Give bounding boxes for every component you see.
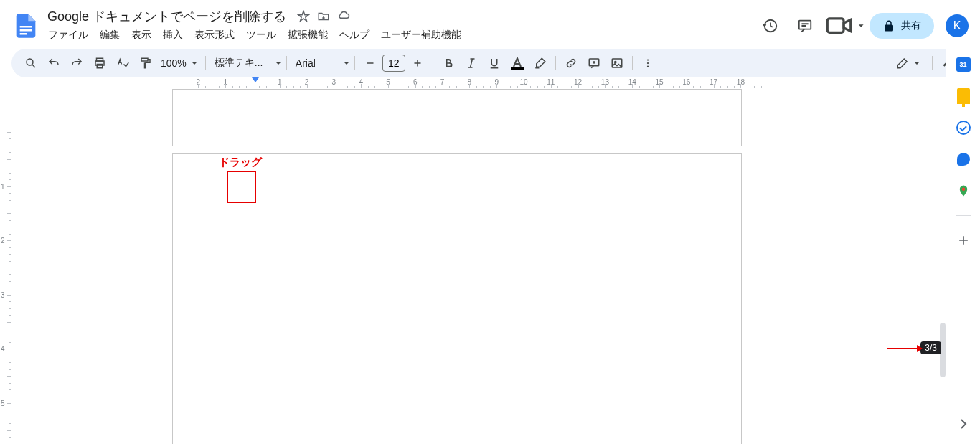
redo-icon[interactable] <box>66 52 88 74</box>
meet-button[interactable] <box>825 11 864 40</box>
contacts-icon[interactable] <box>956 152 971 166</box>
share-button[interactable]: 共有 <box>870 13 934 39</box>
highlight-icon[interactable] <box>529 52 551 74</box>
menu-view[interactable]: 表示 <box>126 27 156 43</box>
header-right: 共有 K <box>756 11 969 40</box>
account-avatar[interactable]: K <box>946 14 969 37</box>
paragraph-style-select[interactable]: 標準テキ... <box>210 57 273 70</box>
document-scroll-area[interactable]: ドラッグ <box>11 89 946 444</box>
font-size-input[interactable]: 12 <box>382 55 405 72</box>
vertical-scrollbar[interactable] <box>940 89 946 444</box>
svg-point-17 <box>961 188 965 192</box>
font-size-decrease-icon[interactable] <box>359 52 381 74</box>
annotation-arrow-icon <box>887 343 923 356</box>
add-comment-icon[interactable] <box>583 52 605 74</box>
title-area: Google ドキュメントでページを削除する ファイル 編集 表示 挿入 表示形… <box>43 8 756 44</box>
horizontal-ruler[interactable]: 21123456789101112131415161718 <box>11 77 946 89</box>
font-size-increase-icon[interactable] <box>407 52 428 74</box>
calendar-icon[interactable]: 31 <box>956 57 971 72</box>
print-icon[interactable] <box>89 52 110 74</box>
more-icon[interactable] <box>637 52 659 74</box>
menu-bar: ファイル 編集 表示 挿入 表示形式 ツール 拡張機能 ヘルプ ユーザー補助機能 <box>43 27 756 44</box>
undo-icon[interactable] <box>43 52 65 74</box>
side-panel: 31 <box>946 46 980 444</box>
indent-marker-icon[interactable] <box>251 77 260 88</box>
vertical-ruler[interactable]: 123456 <box>0 89 11 444</box>
move-folder-icon[interactable] <box>316 9 331 24</box>
menu-edit[interactable]: 編集 <box>95 27 125 43</box>
cloud-status-icon[interactable] <box>336 9 351 24</box>
page-indicator-badge: 3/3 <box>920 341 941 354</box>
menu-file[interactable]: ファイル <box>43 27 93 43</box>
font-select[interactable]: Arial <box>291 57 341 69</box>
svg-point-12 <box>614 61 616 62</box>
underline-icon[interactable] <box>484 52 505 74</box>
link-icon[interactable] <box>560 52 582 74</box>
text-cursor <box>242 180 242 194</box>
document-title[interactable]: Google ドキュメントでページを削除する <box>43 6 291 27</box>
comments-icon[interactable] <box>791 11 819 40</box>
insert-image-icon[interactable] <box>606 52 628 74</box>
svg-rect-4 <box>827 19 844 33</box>
history-icon[interactable] <box>756 11 785 40</box>
svg-rect-1 <box>20 29 32 32</box>
toolbar: 100% 標準テキ... Arial 12 <box>11 49 969 77</box>
share-label: 共有 <box>901 19 921 32</box>
italic-icon[interactable] <box>461 52 482 74</box>
svg-point-5 <box>27 59 33 65</box>
svg-rect-3 <box>799 21 811 29</box>
side-panel-collapse-icon[interactable] <box>955 415 972 433</box>
svg-point-13 <box>647 59 649 60</box>
svg-rect-9 <box>141 58 148 61</box>
tasks-icon[interactable] <box>956 121 971 135</box>
page-current[interactable]: ドラッグ <box>172 153 742 444</box>
spellcheck-icon[interactable] <box>112 52 133 74</box>
menu-accessibility[interactable]: ユーザー補助機能 <box>376 27 466 43</box>
menu-extensions[interactable]: 拡張機能 <box>283 27 333 43</box>
svg-point-15 <box>647 65 649 67</box>
docs-logo[interactable] <box>11 11 40 40</box>
paint-format-icon[interactable] <box>135 52 156 74</box>
font-size-control: 12 <box>359 52 428 74</box>
annotation-cursor-box <box>227 171 256 203</box>
header-bar: Google ドキュメントでページを削除する ファイル 編集 表示 挿入 表示形… <box>0 0 980 46</box>
maps-icon[interactable] <box>956 184 971 198</box>
keep-icon[interactable] <box>956 89 971 103</box>
zoom-select[interactable]: 100% <box>158 57 201 69</box>
bold-icon[interactable] <box>438 52 459 74</box>
menu-insert[interactable]: 挿入 <box>158 27 188 43</box>
svg-rect-0 <box>20 26 32 28</box>
search-icon[interactable] <box>20 52 42 74</box>
menu-tools[interactable]: ツール <box>241 27 281 43</box>
svg-point-14 <box>647 62 649 64</box>
menu-help[interactable]: ヘルプ <box>334 27 374 43</box>
menu-format[interactable]: 表示形式 <box>189 27 240 43</box>
text-color-icon[interactable] <box>507 52 528 74</box>
star-icon[interactable] <box>296 9 311 24</box>
editing-mode-button[interactable] <box>890 57 926 70</box>
svg-rect-2 <box>20 33 27 35</box>
page-previous-tail[interactable] <box>172 89 742 146</box>
annotation-drag-label: ドラッグ <box>219 156 262 169</box>
add-addon-icon[interactable] <box>956 233 971 247</box>
